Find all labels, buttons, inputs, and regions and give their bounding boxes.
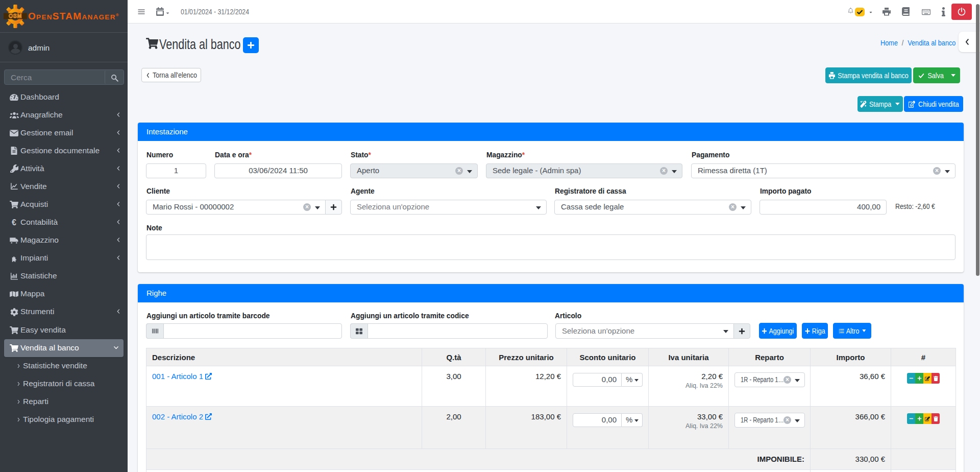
svg-text:OSM: OSM: [9, 13, 22, 19]
